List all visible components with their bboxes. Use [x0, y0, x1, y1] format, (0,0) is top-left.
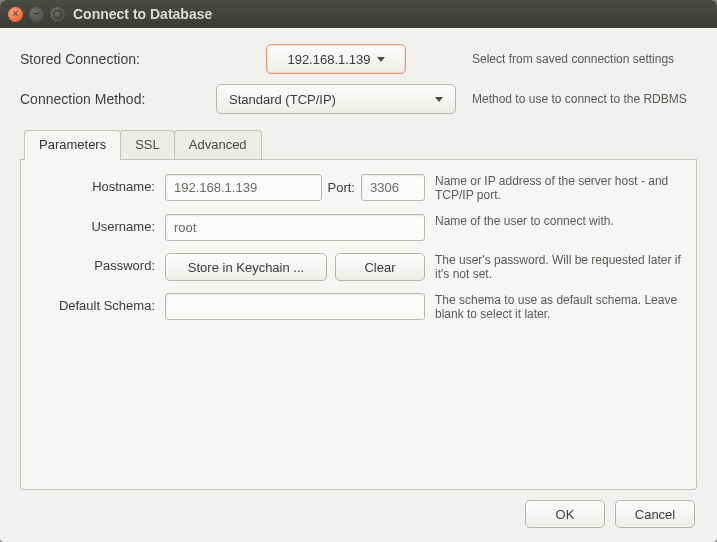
default-schema-row: Default Schema: The schema to use as def… — [35, 293, 682, 321]
hostname-label: Hostname: — [35, 174, 155, 194]
password-hint: The user's password. Will be requested l… — [435, 253, 682, 281]
stored-connection-dropdown[interactable]: 192.168.1.139 — [266, 44, 406, 74]
default-schema-hint: The schema to use as default schema. Lea… — [435, 293, 682, 321]
tab-parameters[interactable]: Parameters — [24, 130, 121, 160]
username-row: Username: Name of the user to connect wi… — [35, 214, 682, 241]
window-buttons: × − ▢ — [8, 7, 65, 22]
tab-advanced[interactable]: Advanced — [174, 130, 262, 159]
minimize-icon[interactable]: − — [29, 7, 44, 22]
connection-method-label: Connection Method: — [20, 91, 200, 107]
stored-connection-label: Stored Connection: — [20, 51, 200, 67]
titlebar: × − ▢ Connect to Database — [0, 0, 717, 28]
password-row: Password: Store in Keychain ... Clear Th… — [35, 253, 682, 281]
tab-bar: Parameters SSL Advanced — [20, 130, 697, 160]
connection-method-hint: Method to use to connect to the RDBMS — [472, 92, 697, 106]
password-label: Password: — [35, 253, 155, 273]
cancel-button[interactable]: Cancel — [615, 500, 695, 528]
connection-method-dropdown[interactable]: Standard (TCP/IP) — [216, 84, 456, 114]
stored-connection-row: Stored Connection: 192.168.1.139 Select … — [20, 44, 697, 74]
default-schema-label: Default Schema: — [35, 293, 155, 313]
hostname-input[interactable] — [165, 174, 322, 201]
port-label: Port: — [326, 180, 357, 195]
clear-password-button[interactable]: Clear — [335, 253, 425, 281]
dialog-window: × − ▢ Connect to Database Stored Connect… — [0, 0, 717, 542]
maximize-icon[interactable]: ▢ — [50, 7, 65, 22]
ok-button[interactable]: OK — [525, 500, 605, 528]
window-title: Connect to Database — [73, 6, 212, 22]
username-hint: Name of the user to connect with. — [435, 214, 682, 228]
username-label: Username: — [35, 214, 155, 234]
stored-connection-hint: Select from saved connection settings — [472, 52, 697, 66]
content-area: Stored Connection: 192.168.1.139 Select … — [0, 28, 717, 542]
hostname-row: Hostname: Port: Name or IP address of th… — [35, 174, 682, 202]
store-keychain-button[interactable]: Store in Keychain ... — [165, 253, 327, 281]
chevron-down-icon — [435, 97, 443, 102]
username-input[interactable] — [165, 214, 425, 241]
port-input[interactable] — [361, 174, 425, 201]
stored-connection-value: 192.168.1.139 — [287, 52, 370, 67]
default-schema-input[interactable] — [165, 293, 425, 320]
connection-method-row: Connection Method: Standard (TCP/IP) Met… — [20, 84, 697, 114]
tab-ssl[interactable]: SSL — [120, 130, 175, 159]
parameters-pane: Hostname: Port: Name or IP address of th… — [20, 160, 697, 490]
dialog-footer: OK Cancel — [20, 490, 697, 532]
close-icon[interactable]: × — [8, 7, 23, 22]
hostname-hint: Name or IP address of the server host - … — [435, 174, 682, 202]
chevron-down-icon — [377, 57, 385, 62]
connection-method-value: Standard (TCP/IP) — [229, 92, 336, 107]
